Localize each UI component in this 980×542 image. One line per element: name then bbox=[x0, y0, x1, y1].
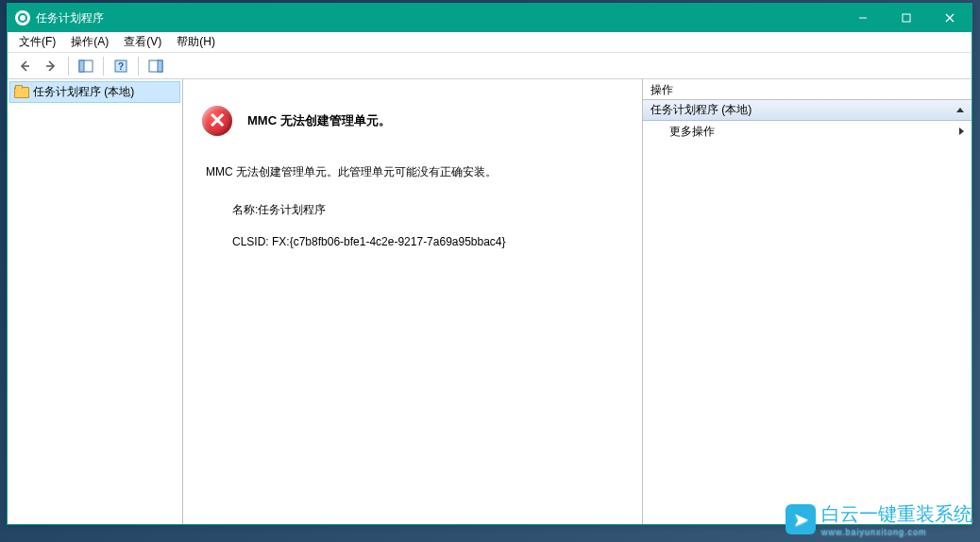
menu-action[interactable]: 操作(A) bbox=[63, 32, 116, 52]
tree-root-label: 任务计划程序 (本地) bbox=[33, 84, 134, 100]
watermark-url: www.baiyunxitong.com bbox=[821, 527, 972, 536]
svg-rect-1 bbox=[903, 14, 910, 22]
actions-pane: 操作 任务计划程序 (本地) 更多操作 bbox=[643, 79, 972, 524]
watermark-logo-icon: ➤ bbox=[786, 504, 816, 534]
help-button[interactable]: ? bbox=[110, 55, 132, 77]
titlebar[interactable]: 任务计划程序 bbox=[8, 4, 972, 32]
actions-section-label: 任务计划程序 (本地) bbox=[651, 102, 752, 118]
submenu-icon bbox=[959, 127, 964, 135]
svg-rect-11 bbox=[158, 60, 162, 72]
watermark-text: 白云一键重装系统 bbox=[821, 503, 972, 524]
close-button[interactable] bbox=[928, 4, 972, 32]
error-clsid: CLSID: FX:{c7b8fb06-bfe1-4c2e-9217-7a69a… bbox=[232, 229, 623, 254]
menubar: 文件(F) 操作(A) 查看(V) 帮助(H) bbox=[8, 32, 972, 53]
body-area: 任务计划程序 (本地) ✕ MMC 无法创建管理单元。 MMC 无法创建管理单元… bbox=[8, 79, 972, 524]
back-button[interactable] bbox=[13, 55, 36, 77]
app-icon bbox=[15, 10, 30, 25]
actions-more[interactable]: 更多操作 bbox=[643, 121, 972, 142]
content-pane: ✕ MMC 无法创建管理单元。 MMC 无法创建管理单元。此管理单元可能没有正确… bbox=[183, 79, 643, 524]
error-title: MMC 无法创建管理单元。 bbox=[247, 112, 391, 129]
show-hide-action-button[interactable] bbox=[144, 55, 167, 77]
watermark: ➤ 白云一键重装系统 www.baiyunxitong.com bbox=[786, 501, 972, 536]
error-icon: ✕ bbox=[202, 106, 232, 136]
toolbar: ? bbox=[8, 53, 972, 79]
menu-help[interactable]: 帮助(H) bbox=[169, 32, 223, 52]
forward-button[interactable] bbox=[40, 55, 62, 77]
main-window: 任务计划程序 文件(F) 操作(A) 查看(V) 帮助(H) bbox=[7, 3, 972, 525]
error-name: 名称:任务计划程序 bbox=[232, 197, 623, 222]
minimize-button[interactable] bbox=[841, 4, 885, 32]
error-message: MMC 无法创建管理单元。此管理单元可能没有正确安装。 bbox=[206, 159, 623, 186]
tree-pane[interactable]: 任务计划程序 (本地) bbox=[8, 79, 183, 524]
collapse-icon bbox=[956, 108, 964, 112]
tree-root-item[interactable]: 任务计划程序 (本地) bbox=[9, 81, 180, 103]
maximize-button[interactable] bbox=[885, 4, 928, 32]
window-title: 任务计划程序 bbox=[36, 10, 841, 26]
svg-text:?: ? bbox=[118, 61, 124, 72]
folder-icon bbox=[14, 87, 29, 98]
actions-section[interactable]: 任务计划程序 (本地) bbox=[643, 100, 972, 121]
actions-more-label: 更多操作 bbox=[669, 124, 715, 140]
menu-file[interactable]: 文件(F) bbox=[11, 32, 63, 52]
show-hide-tree-button[interactable] bbox=[75, 55, 97, 77]
menu-view[interactable]: 查看(V) bbox=[116, 32, 169, 52]
svg-rect-7 bbox=[79, 60, 84, 72]
actions-header: 操作 bbox=[643, 79, 972, 100]
